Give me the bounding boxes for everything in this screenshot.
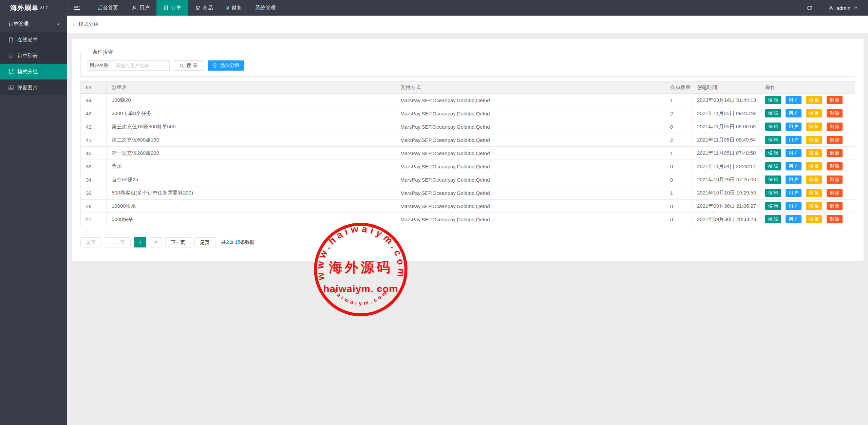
pagination-page-2[interactable]: 2 [150, 237, 162, 247]
delete-button[interactable]: 删除 [827, 149, 843, 157]
template-button[interactable]: 模板 [806, 136, 822, 144]
column-header-created: 创建时间 [692, 81, 760, 94]
table-row: 28 10000快杀 MarsPay,SEP,Oceanpay,GoldInd,… [81, 200, 855, 213]
cell-actions: 编辑 用户 模板 删除 [760, 160, 855, 173]
edit-button[interactable]: 编辑 [765, 149, 781, 157]
cell-created-time: 2021年11月05日 07:48:50 [692, 147, 760, 160]
template-button[interactable]: 模板 [806, 162, 822, 170]
edit-button[interactable]: 编辑 [765, 175, 781, 184]
cell-member-count: 0 [665, 173, 692, 186]
add-group-button-label: 添加分组 [220, 62, 239, 69]
nav-item-users[interactable]: 用户 [125, 0, 156, 16]
delete-button[interactable]: 删除 [827, 189, 843, 197]
cell-id: 39 [81, 160, 107, 173]
delete-button[interactable]: 删除 [827, 109, 843, 117]
admin-user-menu[interactable]: admin [820, 0, 868, 16]
template-button[interactable]: 模板 [806, 175, 822, 184]
edit-button[interactable]: 编辑 [765, 96, 781, 104]
user-button[interactable]: 用户 [786, 123, 801, 131]
template-button[interactable]: 模板 [806, 123, 822, 131]
pagination-next-button[interactable]: 下一页 [165, 237, 191, 247]
username-input[interactable] [112, 60, 170, 71]
user-button[interactable]: 用户 [786, 202, 801, 210]
user-button[interactable]: 用户 [786, 175, 801, 184]
sidebar-item-order-list[interactable]: 订单列表 [0, 48, 67, 63]
edit-button[interactable]: 编辑 [765, 136, 781, 144]
template-button[interactable]: 模板 [806, 215, 822, 223]
pagination-summary: 共2页 15条数据 [222, 239, 254, 245]
nav-item-finance[interactable]: ¥ 财务 [220, 0, 248, 16]
table-row: 32 500养客组(多个订单任务需要补200) MarsPay,SEP,Ocea… [81, 186, 855, 200]
nav-item-dashboard[interactable]: 后台首页 [91, 0, 125, 16]
sidebar-item-online-dispatch[interactable]: 在线派单 [0, 32, 67, 48]
sidebar-item-popup-image[interactable]: 弹窗图片 [0, 80, 67, 95]
template-button[interactable]: 模板 [806, 109, 822, 117]
edit-button[interactable]: 编辑 [765, 162, 781, 170]
summary-prefix: 共 [222, 239, 226, 245]
user-button[interactable]: 用户 [786, 149, 801, 157]
delete-button[interactable]: 删除 [827, 96, 843, 104]
user-button[interactable]: 用户 [786, 162, 801, 170]
cell-group-name: 500养客组(多个订单任务需要补200) [107, 186, 395, 200]
groups-table: ID 分组名 支付方式 会员数量 创建时间 操作 44 100赚20 MarsP… [80, 81, 855, 226]
sidebar-item-mode-group[interactable]: 模式分组 [0, 64, 67, 79]
template-button[interactable]: 模板 [806, 189, 822, 197]
edit-button[interactable]: 编辑 [765, 123, 781, 131]
search-button[interactable]: 搜 索 [174, 60, 203, 71]
popup-image-icon [8, 85, 14, 91]
user-button[interactable]: 用户 [786, 189, 801, 197]
sidebar-toggle-button[interactable] [67, 0, 86, 16]
delete-button[interactable]: 删除 [827, 123, 843, 131]
cell-payment-methods: MarsPay,SEP,Oceanpay,GoldInd,QeInd [395, 133, 665, 147]
order-document-icon [163, 5, 169, 11]
template-button[interactable]: 模板 [806, 149, 822, 157]
svg-text:haiwaiym.com: haiwaiym.com [332, 288, 390, 306]
edit-button[interactable]: 编辑 [765, 109, 781, 117]
topbar-right: admin [799, 0, 868, 16]
pagination-prev-button[interactable]: 上一页 [105, 237, 131, 247]
pagination-first-button[interactable]: 首页 [80, 237, 101, 247]
template-button[interactable]: 模板 [806, 202, 822, 210]
cell-actions: 编辑 用户 模板 删除 [760, 200, 855, 213]
delete-button[interactable]: 删除 [827, 215, 843, 223]
sidebar-group-order-management[interactable]: 订单管理 [0, 16, 67, 32]
delete-button[interactable]: 删除 [827, 202, 843, 210]
search-legend: 条件搜索 [89, 49, 116, 55]
cell-id: 27 [81, 213, 107, 226]
edit-button[interactable]: 编辑 [765, 215, 781, 223]
user-button[interactable]: 用户 [786, 96, 801, 104]
user-button[interactable]: 用户 [786, 136, 801, 144]
hamburger-icon [74, 6, 80, 10]
cell-id: 42 [81, 120, 107, 133]
sidebar-item-label: 弹窗图片 [17, 85, 38, 91]
nav-item-orders[interactable]: 订单 [156, 0, 188, 16]
user-button[interactable]: 用户 [786, 109, 801, 117]
cell-id: 40 [81, 147, 107, 160]
app-logo: 海外刷单 V3.7 [0, 0, 67, 16]
pagination-last-button[interactable]: 尾页 [194, 237, 215, 247]
app-version: V3.7 [40, 6, 48, 10]
nav-item-system[interactable]: 系统管理 [248, 0, 282, 16]
nav-item-goods[interactable]: 商品 [188, 0, 220, 16]
cell-created-time: 2021年11月05日 09:45:49 [692, 107, 760, 120]
add-group-button[interactable]: 添加分组 [208, 60, 244, 71]
sidebar-group-label: 订单管理 [8, 21, 29, 27]
pagination-page-1[interactable]: 1 [134, 237, 146, 247]
chevron-down-icon [56, 22, 60, 26]
cell-payment-methods: MarsPay,SEP,Oceanpay,GoldInd,QeInd [395, 200, 665, 213]
cell-created-time: 2021年10月29日 07:25:00 [692, 173, 760, 186]
delete-button[interactable]: 删除 [827, 136, 843, 144]
cell-actions: 编辑 用户 模板 删除 [760, 107, 855, 120]
cell-id: 34 [81, 173, 107, 186]
cell-payment-methods: MarsPay,SEP,Oceanpay,GoldInd,QeInd [395, 120, 665, 133]
edit-button[interactable]: 编辑 [765, 202, 781, 210]
delete-button[interactable]: 删除 [827, 175, 843, 184]
table-row: 41 第二次充值500赚150 MarsPay,SEP,Oceanpay,Gol… [81, 133, 855, 147]
user-button[interactable]: 用户 [786, 215, 801, 223]
column-header-group-name: 分组名 [107, 81, 395, 94]
template-button[interactable]: 模板 [806, 96, 822, 104]
refresh-button[interactable] [799, 0, 820, 16]
yen-icon: ¥ [226, 5, 229, 11]
edit-button[interactable]: 编辑 [765, 189, 781, 197]
delete-button[interactable]: 删除 [827, 162, 843, 170]
